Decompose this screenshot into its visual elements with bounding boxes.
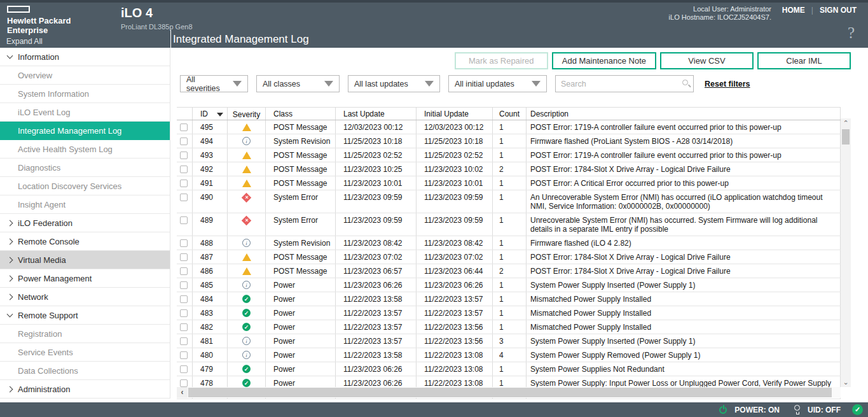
table-row[interactable]: 490×System Error11/23/2023 09:5911/23/20… xyxy=(177,190,841,213)
vertical-scrollbar[interactable]: ⌃ ⌄ xyxy=(841,118,851,387)
power-status-icon[interactable] xyxy=(719,405,728,414)
table-row[interactable]: 491POST Message11/23/2023 10:0111/23/202… xyxy=(177,176,841,190)
row-checkbox[interactable] xyxy=(180,124,188,131)
home-link[interactable]: HOME xyxy=(782,6,805,15)
row-checkbox[interactable] xyxy=(180,138,188,145)
table-row[interactable]: 487POST Message11/23/2023 07:0211/23/202… xyxy=(177,250,841,264)
sidebar-item-remote-console[interactable]: Remote Console xyxy=(0,232,170,251)
dropdown-value: All severities xyxy=(186,75,226,93)
table-row[interactable]: 486POST Message11/23/2023 06:5711/23/202… xyxy=(177,264,841,278)
sidebar-item-network[interactable]: Network xyxy=(0,288,170,306)
row-checkbox[interactable] xyxy=(180,323,188,331)
row-checkbox[interactable] xyxy=(180,216,188,224)
all-classes-dropdown[interactable]: All classes xyxy=(256,75,340,92)
sidebar-item-active-health-system-log[interactable]: Active Health System Log xyxy=(0,140,170,159)
table-row[interactable]: 480iPower11/22/2023 13:5811/22/2023 13:0… xyxy=(177,348,841,362)
row-checkbox[interactable] xyxy=(180,253,188,261)
row-checkbox[interactable] xyxy=(180,365,188,373)
health-ok-icon[interactable]: ✓ xyxy=(852,404,863,415)
header-divider xyxy=(170,30,171,48)
row-checkbox[interactable] xyxy=(180,281,188,289)
mark-as-repaired-button[interactable]: Mark as Repaired xyxy=(455,52,548,69)
sidebar-item-label: Service Events xyxy=(18,348,73,357)
search-input[interactable] xyxy=(556,76,693,92)
cell-severity: ✓ xyxy=(228,292,266,306)
cell-description: POST Error: 1784-Slot X Drive Array - Lo… xyxy=(527,250,841,264)
scroll-left-icon[interactable]: ‹ xyxy=(177,387,188,398)
table-row[interactable]: 488iSystem Revision11/23/2023 08:4211/23… xyxy=(177,236,841,250)
all-severities-dropdown[interactable]: All severities xyxy=(180,75,248,92)
uid-lightbulb-icon[interactable] xyxy=(794,405,801,415)
sidebar-item-service-events[interactable]: Service Events xyxy=(0,343,170,362)
row-checkbox[interactable] xyxy=(180,239,188,247)
table-row[interactable]: 489×System Error11/23/2023 09:5911/23/20… xyxy=(177,213,841,236)
cell-severity xyxy=(228,148,266,162)
column-header-last-update: Last Update xyxy=(336,108,417,120)
chevron-right-icon xyxy=(7,220,13,227)
column-header-id[interactable]: ID xyxy=(193,108,228,120)
reset-filters-link[interactable]: Reset filters xyxy=(705,80,750,88)
sidebar-item-remote-support[interactable]: Remote Support xyxy=(0,306,170,325)
cell-class: System Revision xyxy=(266,134,336,148)
sidebar-item-insight-agent[interactable]: Insight Agent xyxy=(0,195,170,214)
table-row[interactable]: 494iSystem Revision11/25/2023 10:1811/25… xyxy=(177,134,841,148)
row-checkbox[interactable] xyxy=(180,351,188,359)
cell-count: 1 xyxy=(493,306,527,320)
sidebar-item-virtual-media[interactable]: Virtual Media xyxy=(0,251,170,269)
row-checkbox[interactable] xyxy=(180,337,188,345)
vertical-scroll-thumb[interactable] xyxy=(842,129,850,145)
ilo-application-window: Hewlett Packard Enterprise iLO 4 ProLian… xyxy=(0,0,868,417)
cell-class: POST Message xyxy=(266,162,336,176)
row-checkbox[interactable] xyxy=(180,267,188,275)
sidebar-item-information[interactable]: Information xyxy=(0,48,170,66)
cell-severity: ✓ xyxy=(228,306,266,320)
cell-id: 486 xyxy=(193,264,228,278)
sidebar-item-administration[interactable]: Administration xyxy=(0,380,170,399)
row-checkbox[interactable] xyxy=(180,180,188,187)
sidebar-item-system-information[interactable]: System Information xyxy=(0,85,170,103)
row-checkbox[interactable] xyxy=(180,379,188,387)
scroll-up-icon[interactable]: ⌃ xyxy=(841,118,851,128)
horizontal-scroll-thumb[interactable] xyxy=(188,388,832,397)
clear-iml-button[interactable]: Clear IML xyxy=(757,52,851,69)
row-checkbox[interactable] xyxy=(180,295,188,303)
table-row[interactable]: 479✓Power11/23/2023 06:2611/22/2023 13:0… xyxy=(177,362,841,376)
table-row[interactable]: 484✓Power11/22/2023 13:5811/22/2023 13:5… xyxy=(177,292,841,306)
cell-id: 491 xyxy=(193,176,228,190)
row-checkbox[interactable] xyxy=(180,166,188,173)
sidebar-item-data-collections[interactable]: Data Collections xyxy=(0,362,170,380)
sidebar-item-integrated-management-log[interactable]: Integrated Management Log xyxy=(0,122,170,140)
sidebar-item-location-discovery-services[interactable]: Location Discovery Services xyxy=(0,177,170,195)
sidebar-item-registration[interactable]: Registration xyxy=(0,325,170,343)
table-row[interactable]: 485iPower11/23/2023 06:2611/23/2023 06:2… xyxy=(177,278,841,292)
sidebar-item-diagnostics[interactable]: Diagnostics xyxy=(0,159,170,177)
table-row[interactable]: 492POST Message11/23/2023 10:2511/23/202… xyxy=(177,162,841,176)
help-icon[interactable]: ? xyxy=(848,24,855,42)
sidebar-item-ilo-event-log[interactable]: iLO Event Log xyxy=(0,103,170,122)
row-checkbox[interactable] xyxy=(180,309,188,317)
signout-link[interactable]: SIGN OUT xyxy=(820,6,857,15)
scroll-down-icon[interactable]: ⌄ xyxy=(841,378,851,387)
cell-id: 494 xyxy=(193,134,228,148)
horizontal-scrollbar[interactable]: ‹ xyxy=(177,387,841,398)
sidebar-item-label: Power Management xyxy=(18,274,92,283)
sidebar-item-power-management[interactable]: Power Management xyxy=(0,269,170,288)
expand-all-button[interactable]: Expand All xyxy=(6,37,43,46)
table-row[interactable]: 481iPower11/22/2023 13:5711/22/2023 13:5… xyxy=(177,334,841,348)
row-checkbox[interactable] xyxy=(180,152,188,159)
table-row[interactable]: 483✓Power11/22/2023 13:5711/22/2023 13:5… xyxy=(177,306,841,320)
sidebar-item-ilo-federation[interactable]: iLO Federation xyxy=(0,214,170,232)
dropdown-arrow-icon xyxy=(233,81,242,87)
sidebar-item-overview[interactable]: Overview xyxy=(0,66,170,85)
table-row[interactable]: 493POST Message11/25/2023 02:5211/25/202… xyxy=(177,148,841,162)
cell-class: POST Message xyxy=(266,250,336,264)
all-last-updates-dropdown[interactable]: All last updates xyxy=(348,75,440,92)
row-checkbox-cell xyxy=(177,134,193,148)
table-row[interactable]: 482✓Power11/22/2023 13:5711/22/2023 13:5… xyxy=(177,320,841,334)
row-checkbox[interactable] xyxy=(180,194,188,201)
all-initial-updates-dropdown[interactable]: All initial updates xyxy=(448,75,547,92)
add-maintenance-note-button[interactable]: Add Maintenance Note xyxy=(552,52,656,69)
cell-severity xyxy=(228,264,266,278)
view-csv-button[interactable]: View CSV xyxy=(660,52,754,69)
table-row[interactable]: 495POST Message12/03/2023 00:1212/03/202… xyxy=(177,120,841,134)
